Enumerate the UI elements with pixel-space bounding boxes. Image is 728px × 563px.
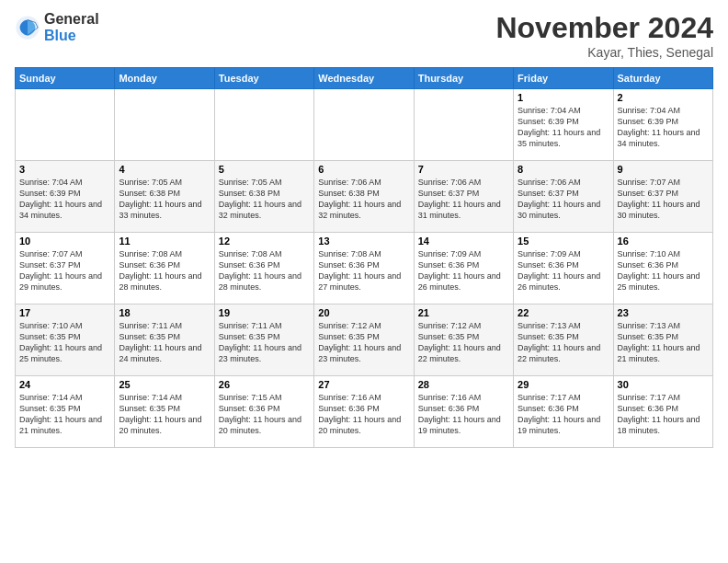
day-detail-16: Sunrise: 7:10 AM Sunset: 6:36 PM Dayligh… (618, 248, 709, 293)
day-number-18: 18 (119, 307, 210, 318)
cell-3-0: 17Sunrise: 7:10 AM Sunset: 6:35 PM Dayli… (16, 304, 115, 376)
day-number-27: 27 (318, 379, 409, 390)
day-number-19: 19 (219, 307, 310, 318)
logo-text: General Blue (44, 11, 99, 43)
cell-3-1: 18Sunrise: 7:11 AM Sunset: 6:35 PM Dayli… (115, 304, 214, 376)
day-detail-30: Sunrise: 7:17 AM Sunset: 6:36 PM Dayligh… (618, 392, 709, 437)
logo: General Blue (15, 11, 99, 43)
day-number-8: 8 (518, 164, 609, 175)
day-detail-10: Sunrise: 7:07 AM Sunset: 6:37 PM Dayligh… (19, 248, 110, 293)
day-number-30: 30 (618, 379, 709, 390)
month-title: November 2024 (495, 11, 713, 45)
day-detail-19: Sunrise: 7:11 AM Sunset: 6:35 PM Dayligh… (219, 320, 310, 365)
title-block: November 2024 Kayar, Thies, Senegal (495, 11, 713, 60)
day-detail-21: Sunrise: 7:12 AM Sunset: 6:35 PM Dayligh… (418, 320, 509, 365)
day-number-13: 13 (318, 236, 409, 247)
day-number-26: 26 (219, 379, 310, 390)
col-sunday: Sunday (16, 68, 115, 89)
day-detail-22: Sunrise: 7:13 AM Sunset: 6:35 PM Dayligh… (518, 320, 609, 365)
day-number-15: 15 (518, 236, 609, 247)
day-detail-18: Sunrise: 7:11 AM Sunset: 6:35 PM Dayligh… (119, 320, 210, 365)
day-number-5: 5 (219, 164, 310, 175)
day-number-4: 4 (119, 164, 210, 175)
col-saturday: Saturday (613, 68, 712, 89)
day-number-16: 16 (618, 236, 709, 247)
cell-1-4: 7Sunrise: 7:06 AM Sunset: 6:37 PM Daylig… (414, 161, 513, 233)
cell-3-5: 22Sunrise: 7:13 AM Sunset: 6:35 PM Dayli… (514, 304, 613, 376)
cell-0-4 (414, 89, 513, 161)
day-number-20: 20 (318, 307, 409, 318)
col-friday: Friday (514, 68, 613, 89)
day-number-12: 12 (219, 236, 310, 247)
day-number-10: 10 (19, 236, 110, 247)
day-number-1: 1 (518, 92, 609, 103)
day-detail-8: Sunrise: 7:06 AM Sunset: 6:37 PM Dayligh… (518, 177, 609, 222)
cell-3-3: 20Sunrise: 7:12 AM Sunset: 6:35 PM Dayli… (314, 304, 414, 376)
day-number-2: 2 (618, 92, 709, 103)
day-number-9: 9 (618, 164, 709, 175)
cell-2-2: 12Sunrise: 7:08 AM Sunset: 6:36 PM Dayli… (214, 233, 313, 304)
calendar-header-row: Sunday Monday Tuesday Wednesday Thursday… (16, 68, 713, 89)
day-detail-28: Sunrise: 7:16 AM Sunset: 6:36 PM Dayligh… (418, 392, 509, 437)
cell-4-0: 24Sunrise: 7:14 AM Sunset: 6:35 PM Dayli… (16, 376, 115, 448)
day-number-28: 28 (418, 379, 509, 390)
cell-3-4: 21Sunrise: 7:12 AM Sunset: 6:35 PM Dayli… (414, 304, 513, 376)
day-detail-5: Sunrise: 7:05 AM Sunset: 6:38 PM Dayligh… (219, 177, 310, 222)
day-detail-7: Sunrise: 7:06 AM Sunset: 6:37 PM Dayligh… (418, 177, 509, 222)
cell-2-5: 15Sunrise: 7:09 AM Sunset: 6:36 PM Dayli… (514, 233, 613, 304)
week-row-1: 3Sunrise: 7:04 AM Sunset: 6:39 PM Daylig… (16, 161, 713, 233)
day-number-3: 3 (19, 164, 110, 175)
cell-1-2: 5Sunrise: 7:05 AM Sunset: 6:38 PM Daylig… (214, 161, 313, 233)
cell-0-0 (16, 89, 115, 161)
cell-0-6: 2Sunrise: 7:04 AM Sunset: 6:39 PM Daylig… (613, 89, 712, 161)
logo-general: General (44, 11, 99, 28)
cell-4-2: 26Sunrise: 7:15 AM Sunset: 6:36 PM Dayli… (214, 376, 313, 448)
cell-0-5: 1Sunrise: 7:04 AM Sunset: 6:39 PM Daylig… (514, 89, 613, 161)
day-detail-3: Sunrise: 7:04 AM Sunset: 6:39 PM Dayligh… (19, 177, 110, 222)
cell-1-6: 9Sunrise: 7:07 AM Sunset: 6:37 PM Daylig… (613, 161, 712, 233)
day-detail-1: Sunrise: 7:04 AM Sunset: 6:39 PM Dayligh… (518, 105, 609, 150)
day-number-25: 25 (119, 379, 210, 390)
day-detail-6: Sunrise: 7:06 AM Sunset: 6:38 PM Dayligh… (318, 177, 409, 222)
cell-1-1: 4Sunrise: 7:05 AM Sunset: 6:38 PM Daylig… (115, 161, 214, 233)
cell-1-5: 8Sunrise: 7:06 AM Sunset: 6:37 PM Daylig… (514, 161, 613, 233)
col-wednesday: Wednesday (314, 68, 414, 89)
col-thursday: Thursday (414, 68, 513, 89)
cell-3-2: 19Sunrise: 7:11 AM Sunset: 6:35 PM Dayli… (214, 304, 313, 376)
day-detail-13: Sunrise: 7:08 AM Sunset: 6:36 PM Dayligh… (318, 248, 409, 293)
day-detail-11: Sunrise: 7:08 AM Sunset: 6:36 PM Dayligh… (119, 248, 210, 293)
day-detail-12: Sunrise: 7:08 AM Sunset: 6:36 PM Dayligh… (219, 248, 310, 293)
day-detail-25: Sunrise: 7:14 AM Sunset: 6:35 PM Dayligh… (119, 392, 210, 437)
day-number-6: 6 (318, 164, 409, 175)
location: Kayar, Thies, Senegal (495, 45, 713, 60)
cell-4-6: 30Sunrise: 7:17 AM Sunset: 6:36 PM Dayli… (613, 376, 712, 448)
day-number-11: 11 (119, 236, 210, 247)
week-row-0: 1Sunrise: 7:04 AM Sunset: 6:39 PM Daylig… (16, 89, 713, 161)
cell-2-4: 14Sunrise: 7:09 AM Sunset: 6:36 PM Dayli… (414, 233, 513, 304)
cell-0-1 (115, 89, 214, 161)
day-detail-15: Sunrise: 7:09 AM Sunset: 6:36 PM Dayligh… (518, 248, 609, 293)
logo-icon (15, 15, 40, 40)
col-tuesday: Tuesday (214, 68, 313, 89)
logo-blue: Blue (44, 28, 99, 44)
day-number-21: 21 (418, 307, 509, 318)
week-row-3: 17Sunrise: 7:10 AM Sunset: 6:35 PM Dayli… (16, 304, 713, 376)
cell-1-0: 3Sunrise: 7:04 AM Sunset: 6:39 PM Daylig… (16, 161, 115, 233)
cell-4-4: 28Sunrise: 7:16 AM Sunset: 6:36 PM Dayli… (414, 376, 513, 448)
day-number-22: 22 (518, 307, 609, 318)
cell-2-3: 13Sunrise: 7:08 AM Sunset: 6:36 PM Dayli… (314, 233, 414, 304)
day-number-14: 14 (418, 236, 509, 247)
day-detail-17: Sunrise: 7:10 AM Sunset: 6:35 PM Dayligh… (19, 320, 110, 365)
cell-2-1: 11Sunrise: 7:08 AM Sunset: 6:36 PM Dayli… (115, 233, 214, 304)
cell-3-6: 23Sunrise: 7:13 AM Sunset: 6:35 PM Dayli… (613, 304, 712, 376)
cell-4-3: 27Sunrise: 7:16 AM Sunset: 6:36 PM Dayli… (314, 376, 414, 448)
day-number-7: 7 (418, 164, 509, 175)
cell-2-6: 16Sunrise: 7:10 AM Sunset: 6:36 PM Dayli… (613, 233, 712, 304)
day-number-29: 29 (518, 379, 609, 390)
day-detail-26: Sunrise: 7:15 AM Sunset: 6:36 PM Dayligh… (219, 392, 310, 437)
page: General Blue November 2024 Kayar, Thies,… (0, 0, 728, 563)
day-detail-2: Sunrise: 7:04 AM Sunset: 6:39 PM Dayligh… (618, 105, 709, 150)
day-number-23: 23 (618, 307, 709, 318)
day-number-17: 17 (19, 307, 110, 318)
day-detail-14: Sunrise: 7:09 AM Sunset: 6:36 PM Dayligh… (418, 248, 509, 293)
